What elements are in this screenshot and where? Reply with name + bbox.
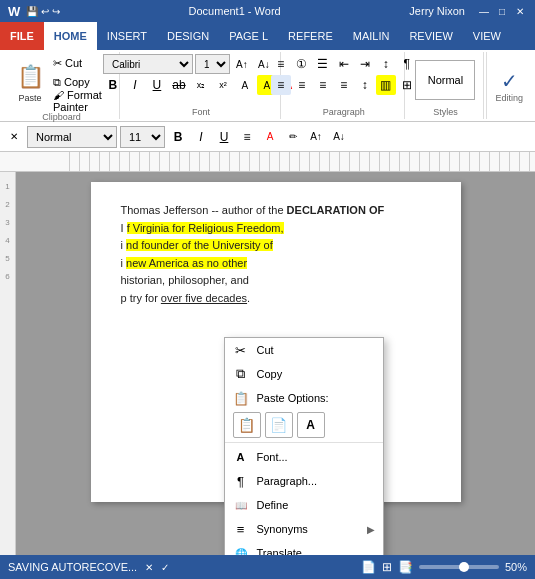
styles-items: Normal bbox=[415, 54, 475, 105]
tab-home[interactable]: HOME bbox=[44, 22, 97, 50]
text-line5: historian, philosopher, and bbox=[121, 274, 249, 286]
highlight-btn2[interactable]: ✏ bbox=[283, 127, 303, 147]
font-size-select[interactable]: 11 bbox=[195, 54, 230, 74]
styles-group: Normal Styles bbox=[407, 52, 484, 119]
shading-button[interactable]: ▥ bbox=[376, 75, 396, 95]
clipboard-small-buttons: ✂ Cut ⧉ Copy 🖌 Format Painter bbox=[50, 54, 111, 110]
increase-indent-button[interactable]: ⇥ bbox=[355, 54, 375, 74]
styles-label: Styles bbox=[433, 107, 458, 117]
multilevel-list-button[interactable]: ☰ bbox=[313, 54, 333, 74]
copy-icon: ⧉ bbox=[233, 366, 249, 382]
synonyms-label: Synonyms bbox=[257, 523, 308, 535]
sort-button[interactable]: ↕ bbox=[376, 54, 396, 74]
font-label: Font... bbox=[257, 451, 288, 463]
paragraph-label: Paragraph... bbox=[257, 475, 318, 487]
status-x-icon[interactable]: ✕ bbox=[145, 562, 153, 573]
underline-btn2[interactable]: U bbox=[214, 127, 234, 147]
ribbon-content: 📋 Paste ✂ Cut ⧉ Copy 🖌 Format Painter Cl… bbox=[0, 50, 535, 122]
maximize-button[interactable]: □ bbox=[495, 4, 509, 18]
status-check-icon[interactable]: ✓ bbox=[161, 562, 169, 573]
text-i3: i bbox=[121, 257, 123, 269]
tab-page-layout[interactable]: PAGE L bbox=[219, 22, 278, 50]
bullet-list-button[interactable]: ≡ bbox=[271, 54, 291, 74]
align-right-button[interactable]: ≡ bbox=[313, 75, 333, 95]
status-right: 📄 ⊞ 📑 50% bbox=[361, 560, 527, 574]
grow-font-button[interactable]: A↑ bbox=[232, 54, 252, 74]
ruler-inner bbox=[60, 152, 535, 171]
font-menu-item[interactable]: A Font... bbox=[225, 445, 383, 469]
underline-button[interactable]: U bbox=[147, 75, 167, 95]
paste-icon: 📋 bbox=[14, 61, 46, 93]
editing-group: ✓ Editing bbox=[486, 52, 531, 119]
app-icon: W bbox=[8, 4, 20, 19]
strikethrough-button[interactable]: ab bbox=[169, 75, 189, 95]
view-icon-3[interactable]: 📑 bbox=[398, 560, 413, 574]
align-left-button[interactable]: ≡ bbox=[271, 75, 291, 95]
close-button[interactable]: ✕ bbox=[513, 4, 527, 18]
align-left-btn2[interactable]: ≡ bbox=[237, 127, 257, 147]
cut-button[interactable]: ✂ Cut bbox=[50, 54, 111, 72]
cut-menu-item[interactable]: ✂ Cut bbox=[225, 338, 383, 362]
synonyms-icon: ≡ bbox=[233, 521, 249, 537]
define-menu-item[interactable]: 📖 Define bbox=[225, 493, 383, 517]
italic-button[interactable]: I bbox=[125, 75, 145, 95]
ribbon: FILE HOME INSERT DESIGN PAGE L REFERE MA… bbox=[0, 22, 535, 50]
minimize-button[interactable]: — bbox=[477, 4, 491, 18]
text-color-btn2[interactable]: A bbox=[260, 127, 280, 147]
font-grow-btn2[interactable]: A↑ bbox=[306, 127, 326, 147]
text-highlight-3: new America as no other bbox=[126, 257, 247, 269]
paragraph-menu-item[interactable]: ¶ Paragraph... bbox=[225, 469, 383, 493]
synonyms-menu-item[interactable]: ≡ Synonyms ▶ bbox=[225, 517, 383, 541]
status-left: SAVING AUTORECOVE... ✕ ✓ bbox=[8, 561, 169, 573]
zoom-slider[interactable] bbox=[419, 565, 499, 569]
tab-mailings[interactable]: MAILIN bbox=[343, 22, 400, 50]
format-close-button[interactable]: ✕ bbox=[4, 127, 24, 147]
paste-button[interactable]: 📋 Paste bbox=[12, 59, 48, 105]
italic-btn2[interactable]: I bbox=[191, 127, 211, 147]
paste-merge-button[interactable]: 📄 bbox=[265, 412, 293, 438]
format-painter-button[interactable]: 🖌 Format Painter bbox=[50, 92, 111, 110]
tab-insert[interactable]: INSERT bbox=[97, 22, 157, 50]
bold-button[interactable]: B bbox=[103, 75, 123, 95]
tab-design[interactable]: DESIGN bbox=[157, 22, 219, 50]
tab-view[interactable]: VIEW bbox=[463, 22, 511, 50]
text-highlight-2: nd founder of the University of bbox=[126, 239, 273, 251]
line-spacing-button[interactable]: ↕ bbox=[355, 75, 375, 95]
decrease-indent-button[interactable]: ⇤ bbox=[334, 54, 354, 74]
vertical-ruler: 123456 bbox=[0, 172, 16, 555]
window-controls: Jerry Nixon — □ ✕ bbox=[409, 4, 527, 18]
paragraph-group: ≡ ① ☰ ⇤ ⇥ ↕ ¶ ≡ ≡ ≡ ≡ ↕ ▥ ⊞ Paragraph bbox=[283, 52, 406, 119]
bold-btn2[interactable]: B bbox=[168, 127, 188, 147]
view-icon-1[interactable]: 📄 bbox=[361, 560, 376, 574]
numbered-list-button[interactable]: ① bbox=[292, 54, 312, 74]
copy-menu-item[interactable]: ⧉ Copy bbox=[225, 362, 383, 386]
normal-style[interactable]: Normal bbox=[415, 60, 475, 100]
style-select[interactable]: Normal bbox=[27, 126, 117, 148]
subscript-button[interactable]: x₂ bbox=[191, 75, 211, 95]
font-size-select2[interactable]: 11 bbox=[120, 126, 165, 148]
paragraph-group-label: Paragraph bbox=[323, 107, 365, 117]
tab-review[interactable]: REVIEW bbox=[399, 22, 462, 50]
declaration-title: DECLARATION OF bbox=[287, 204, 385, 216]
text-effects-button[interactable]: A bbox=[235, 75, 255, 95]
superscript-button[interactable]: x² bbox=[213, 75, 233, 95]
justify-button[interactable]: ≡ bbox=[334, 75, 354, 95]
paste-plain-button[interactable]: A bbox=[297, 412, 325, 438]
font-group-label: Font bbox=[192, 107, 210, 117]
font-family-select[interactable]: Calibri bbox=[103, 54, 193, 74]
translate-label: Translate bbox=[257, 547, 302, 555]
user-name: Jerry Nixon bbox=[409, 5, 465, 17]
document-page: Thomas Jefferson -- author of the DECLAR… bbox=[91, 182, 461, 502]
zoom-level[interactable]: 50% bbox=[505, 561, 527, 573]
translate-menu-item[interactable]: 🌐 Translate bbox=[225, 541, 383, 555]
font-shrink-btn2[interactable]: A↓ bbox=[329, 127, 349, 147]
status-bar: SAVING AUTORECOVE... ✕ ✓ 📄 ⊞ 📑 50% bbox=[0, 555, 535, 579]
synonyms-arrow: ▶ bbox=[367, 524, 375, 535]
tab-file[interactable]: FILE bbox=[0, 22, 44, 50]
paste-keep-source-button[interactable]: 📋 bbox=[233, 412, 261, 438]
editing-label: Editing bbox=[495, 93, 523, 103]
align-center-button[interactable]: ≡ bbox=[292, 75, 312, 95]
tab-references[interactable]: REFERE bbox=[278, 22, 343, 50]
view-icon-2[interactable]: ⊞ bbox=[382, 560, 392, 574]
text-highlight-1: f Virginia for Religious Freedom, bbox=[127, 222, 284, 234]
